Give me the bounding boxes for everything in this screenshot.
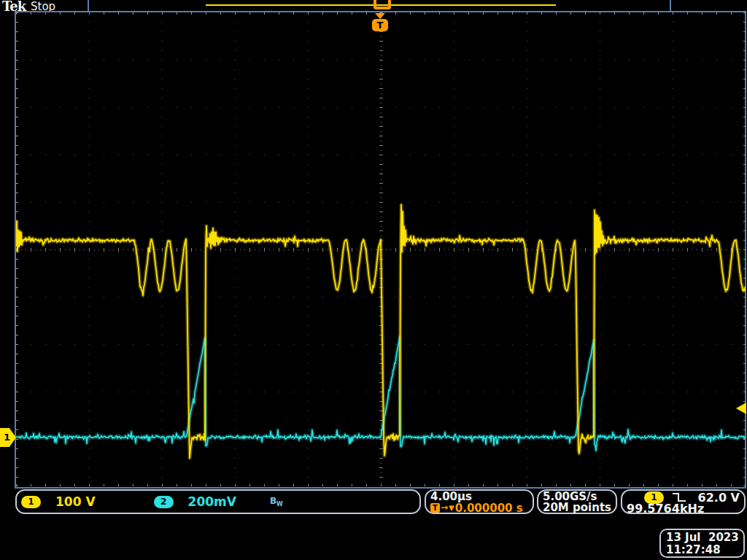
trigger-position-readout: T → ▼ 0.000000 s (430, 502, 528, 513)
time-label: 11:27:48 (666, 544, 738, 556)
horizontal-readout-box: 4.00µs T → ▼ 0.000000 s (425, 489, 534, 514)
date-label: 13 Jul 2023 (666, 532, 738, 544)
down-triangle-icon: ▼ (449, 503, 454, 513)
trigger-level-arrow-icon (736, 402, 746, 414)
trigger-position-value: 0.000000 s (455, 502, 523, 515)
trigger-t-small-icon: T (430, 503, 440, 513)
acquisition-readout-box: 5.00GS/s 20M points (537, 489, 617, 514)
datetime-box: 13 Jul 2023 11:27:48 (659, 529, 745, 558)
trigger-position-triangle-icon (375, 13, 385, 19)
record-view-bar (88, 0, 671, 11)
ch1-badge: 1 (21, 496, 41, 508)
ch1-scale: 100 V (55, 494, 96, 509)
trigger-frequency: 99.5764kHz (627, 503, 740, 514)
right-arrow-icon: → (441, 503, 448, 513)
record-length: 20M points (543, 502, 611, 513)
bandwidth-limit-icon: BW (270, 496, 283, 508)
record-window-marker (374, 0, 391, 9)
trigger-position-t-icon: T (372, 19, 388, 31)
channel-readout-box: 1 100 V 2 200mV BW (15, 489, 421, 514)
trigger-readout-box: 1 62.0 V 99.5764kHz (621, 489, 746, 514)
ch2-scale: 200mV (188, 494, 236, 509)
oscilloscope-screen: Tek Stop T 1 1 100 V 2 200mV BW 4.00µs T… (0, 0, 747, 560)
trigger-level: 62.0 V (698, 491, 740, 505)
ch1-ground-marker: 1 (0, 428, 16, 447)
ch2-badge: 2 (154, 496, 174, 508)
waveform-display (16, 12, 746, 486)
